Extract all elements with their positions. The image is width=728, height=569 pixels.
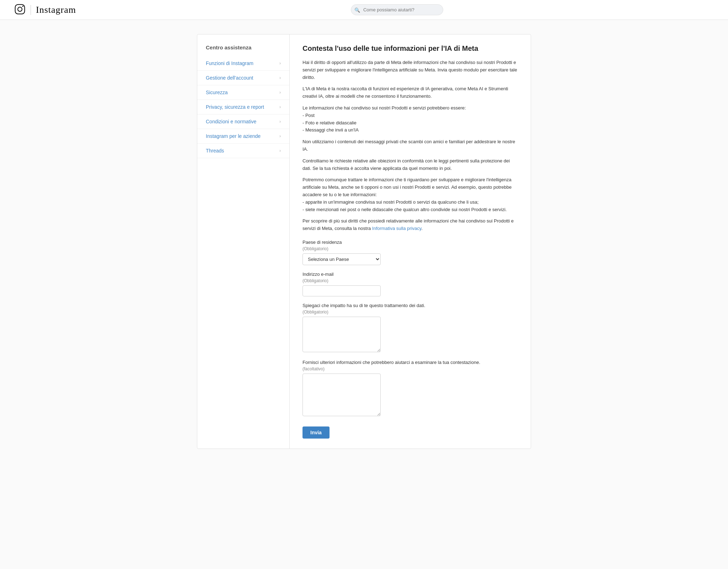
sidebar-item-label: Threads <box>206 148 224 154</box>
additional-label: Fornisci ulteriori informazioni che potr… <box>303 360 518 365</box>
content-body: Hai il diritto di opporti all'utilizzo d… <box>303 59 518 232</box>
sidebar-item-gestione[interactable]: Gestione dell'account › <box>197 71 289 85</box>
email-input[interactable] <box>303 285 381 296</box>
paragraph-4: Non utilizziamo i contenuti dei messaggi… <box>303 138 518 153</box>
paragraph-6: Potremmo comunque trattare le informazio… <box>303 176 518 213</box>
sidebar-item-label: Instagram per le aziende <box>206 133 261 139</box>
impact-label: Spiegaci che impatto ha su di te questo … <box>303 303 518 308</box>
instagram-wordmark: Instagram <box>36 5 76 15</box>
chevron-right-icon: › <box>279 90 281 95</box>
paragraph-3: Le informazioni che hai condiviso sui no… <box>303 104 518 134</box>
chevron-right-icon: › <box>279 119 281 124</box>
sidebar-item-label: Sicurezza <box>206 90 228 95</box>
instagram-icon <box>14 4 26 16</box>
sidebar-item-label: Funzioni di Instagram <box>206 60 253 66</box>
sidebar-item-sicurezza[interactable]: Sicurezza › <box>197 85 289 100</box>
svg-point-2 <box>22 6 23 7</box>
form-section: Paese di residenza (Obbligatorio) Selezi… <box>303 240 518 439</box>
search-icon: 🔍 <box>354 7 360 12</box>
logo-area: Instagram <box>14 4 76 16</box>
country-label: Paese di residenza <box>303 240 518 245</box>
search-input[interactable] <box>351 4 443 15</box>
svg-point-1 <box>18 7 22 11</box>
impact-group: Spiegaci che impatto ha su di te questo … <box>303 303 518 353</box>
chevron-right-icon: › <box>279 104 281 109</box>
country-group: Paese di residenza (Obbligatorio) Selezi… <box>303 240 518 265</box>
paragraph-2: L'IA di Meta è la nostra raccolta di fun… <box>303 85 518 100</box>
chevron-right-icon: › <box>279 75 281 80</box>
email-sublabel: (Obbligatorio) <box>303 278 518 283</box>
submit-button[interactable]: Invia <box>303 426 330 439</box>
chevron-right-icon: › <box>279 148 281 153</box>
search-area: 🔍 <box>351 4 443 15</box>
paragraph-1: Hai il diritto di opporti all'utilizzo d… <box>303 59 518 81</box>
paragraph-7: Per scoprire di più sui diritti che poss… <box>303 218 518 232</box>
sidebar-item-label: Condizioni e normative <box>206 119 256 124</box>
impact-sublabel: (Obbligatorio) <box>303 310 518 315</box>
email-label: Indirizzo e-mail <box>303 272 518 277</box>
chevron-right-icon: › <box>279 61 281 66</box>
header: Instagram 🔍 <box>0 0 728 20</box>
additional-group: Fornisci ulteriori informazioni che potr… <box>303 360 518 417</box>
sidebar: Centro assistenza Funzioni di Instagram … <box>197 34 290 449</box>
main-card: Centro assistenza Funzioni di Instagram … <box>197 34 531 449</box>
country-sublabel: (Obbligatorio) <box>303 246 518 251</box>
email-group: Indirizzo e-mail (Obbligatorio) <box>303 272 518 296</box>
sidebar-item-label: Gestione dell'account <box>206 75 253 81</box>
additional-textarea[interactable] <box>303 374 381 416</box>
sidebar-item-aziende[interactable]: Instagram per le aziende › <box>197 129 289 144</box>
chevron-right-icon: › <box>279 134 281 139</box>
sidebar-item-funzioni[interactable]: Funzioni di Instagram › <box>197 56 289 71</box>
page-title: Contesta l'uso delle tue informazioni pe… <box>303 44 518 53</box>
privacy-policy-link[interactable]: Informativa sulla privacy <box>372 226 421 231</box>
paragraph-5: Controlliamo le richieste relative alle … <box>303 157 518 172</box>
content-area: Contesta l'uso delle tue informazioni pe… <box>290 34 531 449</box>
country-select[interactable]: Seleziona un Paese Italia Germania Franc… <box>303 253 381 265</box>
sidebar-item-threads[interactable]: Threads › <box>197 144 289 158</box>
logo-divider <box>31 5 31 15</box>
sidebar-item-label: Privacy, sicurezza e report <box>206 104 264 110</box>
impact-textarea[interactable] <box>303 317 381 352</box>
sidebar-item-privacy[interactable]: Privacy, sicurezza e report › <box>197 100 289 114</box>
sidebar-item-condizioni[interactable]: Condizioni e normative › <box>197 114 289 129</box>
page-wrapper: Centro assistenza Funzioni di Instagram … <box>190 34 538 449</box>
sidebar-title: Centro assistenza <box>197 42 289 56</box>
additional-sublabel: (facoltativo) <box>303 366 518 371</box>
